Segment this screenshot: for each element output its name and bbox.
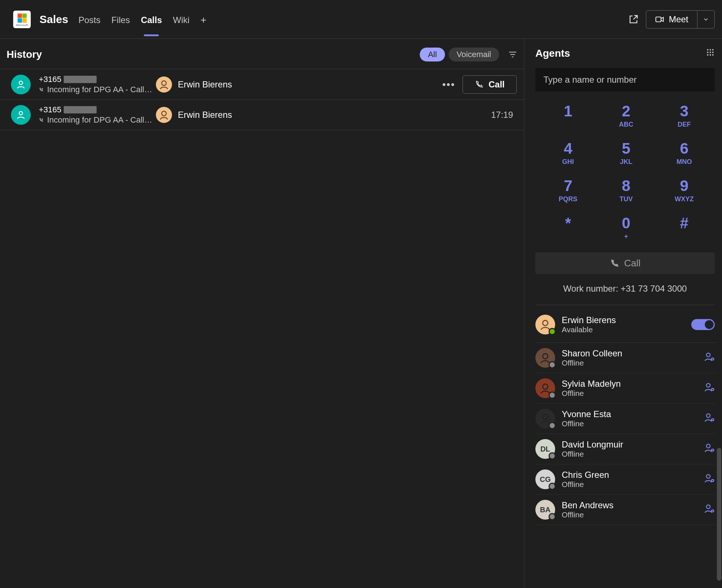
svg-point-17 (543, 384, 548, 389)
microsoft-logo-icon: Microsoft (13, 11, 31, 28)
dialpad-key-2[interactable]: 2ABC (597, 97, 655, 135)
agent-row[interactable]: CGChris GreenOffline (535, 464, 716, 495)
agent-availability-toggle[interactable] (691, 319, 715, 330)
agent-action-icon[interactable] (704, 351, 715, 364)
svg-point-2 (162, 81, 167, 86)
agent-name: Sylvia Madelyn (562, 379, 621, 389)
dialpad-call-button[interactable]: Call (535, 252, 715, 274)
redacted-number (64, 76, 97, 83)
presence-offline-icon (549, 513, 556, 520)
agent-row[interactable]: Yvonne EstaOffline (535, 404, 716, 434)
filter-all[interactable]: All (420, 48, 445, 61)
dialpad-key-#[interactable]: # (655, 209, 713, 247)
agent-name: Chris Green (562, 470, 609, 480)
svg-point-12 (710, 54, 711, 56)
svg-point-13 (712, 54, 714, 56)
svg-point-6 (710, 49, 711, 50)
agents-title: Agents (535, 48, 570, 59)
svg-point-22 (707, 475, 710, 478)
agent-row[interactable]: DLDavid LongmuirOffline (535, 434, 716, 464)
svg-point-10 (712, 52, 714, 53)
chevron-down-icon (703, 16, 709, 23)
add-tab-button[interactable]: + (201, 2, 206, 37)
svg-point-18 (707, 383, 710, 387)
agent-avatar (535, 348, 555, 368)
call-back-button[interactable]: Call (463, 75, 517, 94)
agent-avatar: DL (535, 439, 555, 459)
svg-point-7 (712, 49, 714, 50)
agent-row[interactable]: Sylvia MadelynOffline (535, 373, 716, 404)
agent-action-icon[interactable] (704, 382, 715, 395)
filter-icon[interactable] (508, 50, 517, 59)
agent-avatar (535, 409, 555, 428)
agent-status: Offline (562, 450, 623, 458)
meet-dropdown[interactable] (697, 10, 715, 29)
answered-by: Erwin Bierens (178, 79, 232, 90)
video-icon (655, 15, 665, 24)
svg-point-14 (543, 321, 548, 326)
agent-self-row: Erwin Bierens Available (535, 305, 716, 343)
history-title: History (7, 49, 42, 60)
agent-action-icon[interactable] (704, 442, 715, 456)
svg-point-15 (543, 354, 548, 359)
channel-tabs: Posts Files Calls Wiki + (78, 2, 206, 37)
svg-point-8 (707, 52, 708, 53)
history-list: +3165 Incoming for DPG AA - Call… (0, 69, 524, 588)
tab-calls[interactable]: Calls (141, 3, 162, 36)
call-time: 17:19 (491, 110, 513, 120)
presence-offline-icon (549, 452, 556, 460)
svg-point-11 (707, 54, 708, 56)
meet-button[interactable]: Meet (646, 10, 697, 29)
filter-voicemail[interactable]: Voicemail (449, 48, 499, 61)
incoming-call-icon (39, 86, 44, 94)
dialpad: 12ABC3DEF4GHI5JKL6MNO7PQRS8TUV9WXYZ*0+# (539, 97, 713, 247)
presence-offline-icon (549, 361, 556, 368)
svg-point-1 (19, 81, 22, 84)
tab-posts[interactable]: Posts (78, 3, 100, 36)
agent-status: Available (562, 325, 616, 334)
dialpad-key-*[interactable]: * (539, 209, 597, 247)
agent-name: David Longmuir (562, 439, 623, 450)
dialpad-key-1[interactable]: 1 (539, 97, 597, 135)
agents-list: Erwin Bierens Available Sharon ColleenOf… (535, 305, 716, 525)
dialpad-key-8[interactable]: 8TUV (597, 172, 655, 209)
dial-search-input[interactable]: Type a name or number (535, 68, 715, 91)
dialpad-key-5[interactable]: 5JKL (597, 135, 655, 172)
agent-name: Yvonne Esta (562, 409, 611, 419)
dialpad-key-9[interactable]: 9WXYZ (655, 172, 713, 209)
agent-action-icon[interactable] (704, 412, 715, 425)
dialpad-key-0[interactable]: 0+ (597, 209, 655, 247)
svg-point-23 (707, 505, 710, 509)
more-options-button[interactable]: ••• (442, 79, 455, 90)
agents-scrollbar[interactable] (717, 448, 721, 581)
presence-offline-icon (549, 483, 556, 490)
agent-status: Offline (562, 389, 621, 398)
dialpad-toggle-icon[interactable] (706, 48, 715, 59)
dialpad-key-6[interactable]: 6MNO (655, 135, 713, 172)
tab-files[interactable]: Files (111, 3, 130, 36)
call-subtext: Incoming for DPG AA - Call… (47, 115, 152, 125)
agent-action-icon[interactable] (704, 503, 715, 516)
history-row[interactable]: +3165 Incoming for DPG AA - Call… (0, 69, 524, 100)
presence-available-icon (549, 328, 556, 335)
dialpad-key-3[interactable]: 3DEF (655, 97, 713, 135)
caller-avatar (11, 75, 31, 94)
history-row[interactable]: +3165 Incoming for DPG AA - Call… (0, 100, 524, 130)
dialpad-key-4[interactable]: 4GHI (539, 135, 597, 172)
meet-label: Meet (669, 14, 688, 25)
dialpad-key-7[interactable]: 7PQRS (539, 172, 597, 209)
agent-avatar: BA (535, 500, 555, 520)
phone-icon (475, 80, 483, 89)
agent-row[interactable]: BABen AndrewsOffline (535, 495, 716, 525)
agent-avatar-icon (156, 107, 172, 123)
agent-action-icon[interactable] (704, 473, 715, 486)
agent-row[interactable]: Sharon ColleenOffline (535, 343, 716, 373)
popout-icon[interactable] (628, 14, 639, 25)
caller-number: +3165 (39, 105, 152, 115)
agent-name: Sharon Colleen (562, 348, 622, 359)
svg-point-5 (707, 49, 708, 50)
person-icon (16, 79, 26, 90)
tab-wiki[interactable]: Wiki (173, 3, 189, 36)
incoming-call-icon (39, 116, 44, 124)
svg-point-9 (710, 52, 711, 53)
